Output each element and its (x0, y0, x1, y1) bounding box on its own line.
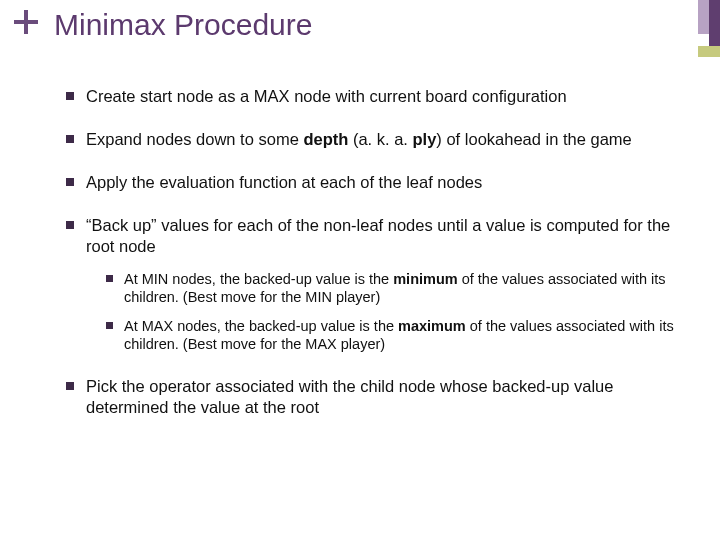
bullet-pick-operator: Pick the operator associated with the ch… (66, 376, 680, 418)
bullet-create-start-node: Create start node as a MAX node with cur… (66, 86, 680, 107)
text: “Back up” values for each of the non-lea… (86, 216, 670, 255)
corner-decoration (676, 0, 720, 60)
text: At MIN nodes, the backed-up value is the (124, 271, 393, 287)
text: Expand nodes down to some (86, 130, 303, 148)
emph-depth: depth (303, 130, 348, 148)
plus-icon (14, 10, 38, 34)
bullet-back-up: “Back up” values for each of the non-lea… (66, 215, 680, 353)
emph-minimum: minimum (393, 271, 457, 287)
bullet-expand-nodes: Expand nodes down to some depth (a. k. a… (66, 129, 680, 150)
emph-ply: ply (413, 130, 437, 148)
text: At MAX nodes, the backed-up value is the (124, 318, 398, 334)
emph-maximum: maximum (398, 318, 466, 334)
slide-body: Create start node as a MAX node with cur… (66, 86, 680, 440)
text: (a. k. a. (348, 130, 412, 148)
bullet-apply-eval: Apply the evaluation function at each of… (66, 172, 680, 193)
sub-bullet-max-nodes: At MAX nodes, the backed-up value is the… (106, 317, 680, 354)
text: ) of lookahead in the game (436, 130, 631, 148)
slide-title: Minimax Procedure (54, 8, 312, 42)
sub-bullet-min-nodes: At MIN nodes, the backed-up value is the… (106, 270, 680, 307)
